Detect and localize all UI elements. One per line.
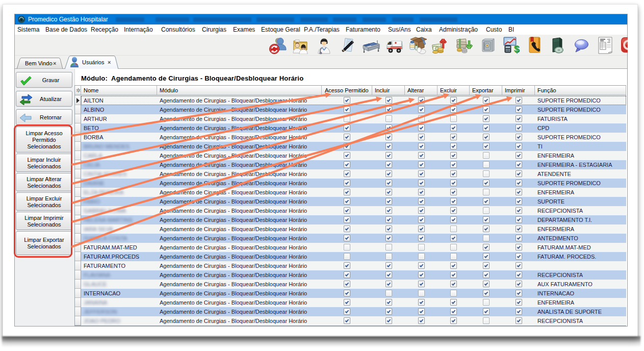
svg-text:$: $: [514, 43, 520, 54]
svg-text:×: ×: [108, 59, 111, 65]
svg-text:×: ×: [53, 60, 56, 66]
svg-text:Usuários: Usuários: [82, 59, 105, 65]
svg-text:Bem Vindo: Bem Vindo: [25, 60, 53, 66]
